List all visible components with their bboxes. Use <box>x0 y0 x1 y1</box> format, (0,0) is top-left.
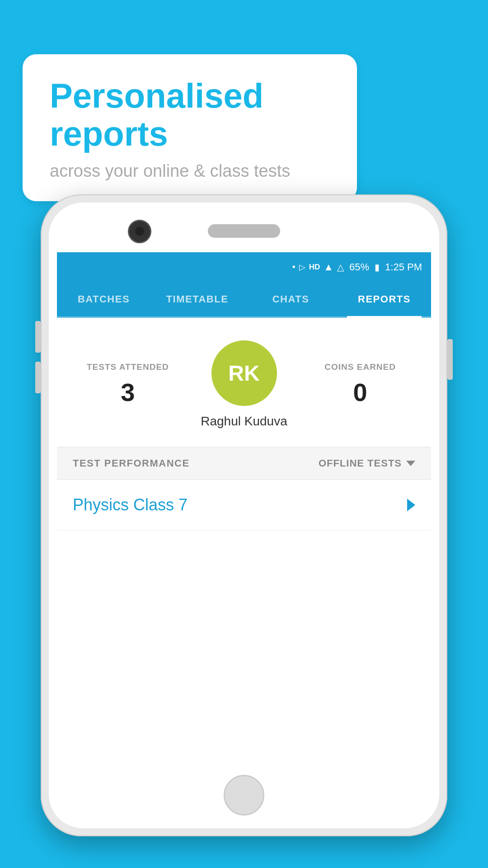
dropdown-label: OFFLINE TESTS <box>319 458 402 469</box>
coins-earned-value: 0 <box>307 377 413 407</box>
avatar-initials: RK <box>228 361 259 386</box>
section-header: TEST PERFORMANCE OFFLINE TESTS <box>57 448 431 480</box>
power-button <box>447 339 453 380</box>
bubble-title: Personalised reports <box>50 77 330 152</box>
profile-section: TESTS ATTENDED 3 RK Raghul Kuduva COINS … <box>57 318 431 448</box>
speech-bubble: Personalised reports across your online … <box>23 54 357 201</box>
signal-icon: △ <box>337 262 344 273</box>
hd-icon: HD <box>309 263 320 272</box>
avatar-block: RK Raghul Kuduva <box>181 340 308 429</box>
vol-up-button <box>35 321 41 353</box>
battery-icon: ▮ <box>375 262 380 273</box>
bluetooth-icon: • <box>292 262 296 272</box>
user-name: Raghul Kuduva <box>201 414 287 429</box>
vibrate-icon: ▷ <box>299 262 305 272</box>
tests-attended-block: TESTS ATTENDED 3 <box>75 362 181 407</box>
chart-area: 100 75 50 25 <box>57 531 431 540</box>
tests-attended-value: 3 <box>75 377 181 407</box>
class-name: Physics Class 7 <box>73 495 188 514</box>
chevron-down-icon <box>406 461 415 466</box>
nav-tabs: BATCHES TIMETABLE CHATS REPORTS <box>57 282 431 318</box>
offline-tests-dropdown[interactable]: OFFLINE TESTS <box>319 458 415 469</box>
wifi-icon: ▲ <box>324 261 333 273</box>
tab-timetable[interactable]: TIMETABLE <box>150 282 244 316</box>
bubble-subtitle: across your online & class tests <box>50 161 330 181</box>
speaker <box>208 224 280 238</box>
tab-reports[interactable]: REPORTS <box>338 282 431 316</box>
phone-wrapper: • ▷ HD ▲ △ 65% ▮ 1:25 PM <box>41 194 447 836</box>
phone-inner: • ▷ HD ▲ △ 65% ▮ 1:25 PM <box>49 203 439 828</box>
tests-attended-label: TESTS ATTENDED <box>75 362 181 372</box>
status-bar: • ▷ HD ▲ △ 65% ▮ 1:25 PM <box>57 252 431 282</box>
coins-earned-label: COINS EARNED <box>307 362 413 372</box>
chevron-right-icon <box>407 499 415 511</box>
tab-chats[interactable]: CHATS <box>244 282 338 316</box>
time-text: 1:25 PM <box>385 261 422 273</box>
vol-down-button <box>35 362 41 393</box>
avatar: RK <box>211 340 277 406</box>
section-label: TEST PERFORMANCE <box>73 458 190 469</box>
phone-outer: • ▷ HD ▲ △ 65% ▮ 1:25 PM <box>41 194 447 836</box>
home-button[interactable] <box>224 775 264 816</box>
screen: • ▷ HD ▲ △ 65% ▮ 1:25 PM <box>57 252 431 769</box>
class-row[interactable]: Physics Class 7 <box>57 480 431 531</box>
coins-earned-block: COINS EARNED 0 <box>307 362 413 407</box>
status-icons: • ▷ HD ▲ △ <box>292 261 344 273</box>
battery-text: 65% <box>349 261 369 273</box>
camera <box>128 220 151 243</box>
tab-batches[interactable]: BATCHES <box>57 282 150 316</box>
